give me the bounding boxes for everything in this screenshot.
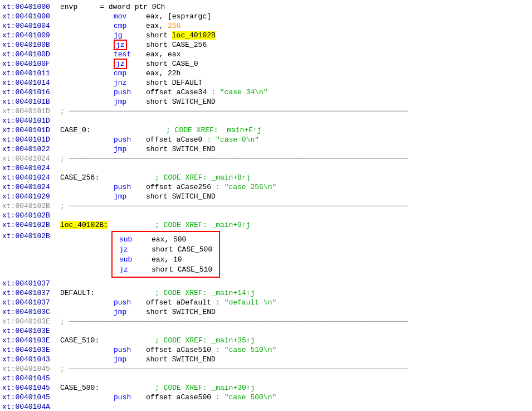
redbox-jz1: jz — [114, 40, 127, 50]
operand: offset aCase500 — [146, 393, 211, 402]
operand: short SWITCH_END — [146, 308, 216, 316]
instr-line: jz short CASE_500 — [119, 244, 212, 254]
operand: short SWITCH_END — [146, 145, 216, 153]
address: xt:00401045 — [2, 384, 58, 392]
mnemonic: push — [114, 183, 141, 191]
sep-addr: xt:00401024 — [2, 154, 58, 163]
address: xt:00401043 — [2, 355, 58, 364]
address: xt:00401029 — [2, 192, 58, 201]
code-line: xt:0040101D CASE_0: ; CODE XREF: _main+F… — [0, 125, 532, 135]
code-line: xt:00401011 cmp eax, 22h — [0, 69, 532, 78]
instr-line: sub eax, 500 — [119, 234, 212, 244]
case-label: CASE_500: — [60, 384, 110, 392]
code-line: xt:0040103C jmp short SWITCH_END — [0, 307, 532, 317]
code-line: xt:0040100F jz short CASE_0 — [0, 59, 532, 69]
mnemonic: jmp — [114, 308, 141, 316]
mnemonic: cmp — [114, 22, 141, 30]
code-line: xt:00401043 jmp short SWITCH_END — [0, 355, 532, 364]
address: xt:0040100B — [2, 41, 58, 49]
operand: short loc_40102B — [146, 31, 216, 40]
label-text: envp — [60, 3, 77, 11]
address: xt:0040104A — [2, 403, 58, 411]
address: xt:0040103E — [2, 346, 58, 354]
sep-addr: xt:0040101D — [2, 107, 58, 115]
operand: eax, 10 — [152, 255, 182, 264]
address: xt:00401009 — [2, 31, 58, 40]
code-line: xt:0040103E push offset aCase510 : "case… — [0, 345, 532, 355]
code-line: xt:00401045 push offset aCase500 : "case… — [0, 393, 532, 402]
address: xt:00401016 — [2, 88, 58, 96]
operand: short DEFAULT — [146, 79, 202, 87]
address: xt:00401024 — [2, 183, 58, 191]
code-line: xt:00401004 cmp eax, 256 — [0, 21, 532, 31]
address: xt:00401037 — [2, 289, 58, 297]
group-row: xt:0040102B sub eax, 500 jz short CASE_5… — [2, 231, 530, 278]
case-label: CASE_510: — [60, 336, 110, 345]
operand: eax, eax — [146, 50, 180, 59]
operand: short SWITCH_END — [146, 98, 216, 106]
operand: eax, [esp+argc] — [146, 12, 211, 21]
operand: short CASE_256 — [146, 41, 207, 49]
blank-line: xt:0040101D — [0, 116, 532, 125]
grouped-instructions: xt:0040102B sub eax, 500 jz short CASE_5… — [2, 231, 530, 278]
address: xt:0040102B — [2, 221, 58, 229]
operand: eax, 256 — [146, 22, 180, 30]
operand: offset aCase0 — [146, 136, 202, 144]
group-addr: xt:0040102B — [2, 231, 58, 240]
operand: offset aCase510 — [146, 346, 211, 354]
address: xt:0040101B — [2, 98, 58, 106]
instr-line: sub eax, 10 — [119, 254, 212, 264]
blank-line: xt:00401037 — [0, 279, 532, 288]
code-line: xt:0040101D push offset aCase0 : "case 0… — [0, 135, 532, 144]
code-view: xt:00401000 envp = dword ptr 0Ch xt:0040… — [0, 0, 532, 411]
address: xt:00401037 — [2, 298, 58, 307]
comment: : "case 500\n" — [216, 393, 276, 402]
comment: : "case 34\n" — [211, 88, 267, 96]
code-line: xt:0040102B loc_40102B: ; CODE XREF: _ma… — [0, 220, 532, 230]
mnemonic: jz — [114, 60, 141, 68]
case-label: CASE_0: — [60, 126, 110, 134]
case-label: CASE_256: — [60, 173, 110, 182]
operand: short SWITCH_END — [146, 355, 216, 364]
code-line: xt:00401024 push offset aCase256 : "case… — [0, 182, 532, 192]
sep-addr: xt:00401045 — [2, 365, 58, 373]
code-line: xt:0040103E CASE_510: ; CODE XREF: _main… — [0, 336, 532, 345]
mnemonic: mov — [114, 12, 141, 21]
operand: offset aCase256 — [146, 183, 211, 191]
operand: short CASE_510 — [152, 265, 212, 274]
address: xt:00401000 — [2, 3, 58, 11]
operand: offset aDefault — [146, 298, 211, 307]
sep-addr: xt:0040103E — [2, 317, 58, 326]
address: xt:00401000 — [2, 12, 58, 21]
operand: eax, 500 — [152, 235, 186, 244]
comment: : "case 0\n" — [207, 136, 259, 144]
comment: : "default \n" — [216, 298, 276, 307]
code-line: xt:0040100B jz short CASE_256 — [0, 40, 532, 50]
sep-dashes: ; ──────────────────────────────────────… — [60, 154, 530, 163]
sep-dashes: ; ──────────────────────────────────────… — [60, 365, 530, 373]
separator: xt:00401024 ; ──────────────────────────… — [0, 154, 532, 163]
operand: = dword ptr 0Ch — [100, 3, 165, 11]
mnemonic: push — [114, 136, 141, 144]
mnemonic: push — [114, 393, 141, 402]
blank-line: xt:0040104A — [0, 402, 532, 411]
sep-dashes: ; ──────────────────────────────────────… — [60, 107, 530, 115]
mnemonic: jz — [119, 265, 147, 274]
mnemonic: jmp — [114, 145, 141, 153]
mnemonic: jnz — [114, 79, 141, 87]
address: xt:00401024 — [2, 173, 58, 182]
address: xt:0040100F — [2, 60, 58, 68]
address: xt:0040101D — [2, 136, 58, 144]
sep-dashes: ; ──────────────────────────────────────… — [60, 202, 530, 210]
comment: ; CODE XREF: _main+30↑j — [155, 384, 255, 392]
instr-line: jz short CASE_510 — [119, 264, 212, 274]
code-line: xt:00401024 CASE_256: ; CODE XREF: _main… — [0, 173, 532, 182]
code-line: xt:00401000 mov eax, [esp+argc] — [0, 12, 532, 21]
address: xt:00401045 — [2, 374, 58, 383]
instruction-box: sub eax, 500 jz short CASE_500 sub eax, … — [111, 231, 220, 278]
sep-dashes: ; ──────────────────────────────────────… — [60, 317, 530, 326]
mnemonic: test — [114, 50, 141, 59]
address: xt:0040101D — [2, 117, 58, 125]
blank-line: xt:0040102B — [0, 211, 532, 220]
mnemonic: push — [114, 346, 141, 354]
